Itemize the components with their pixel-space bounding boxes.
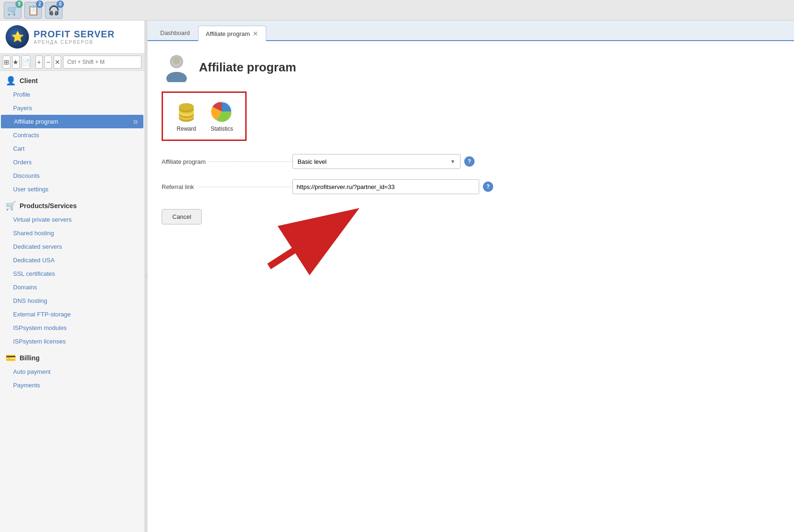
headset-icon[interactable]: 🎧0 bbox=[45, 2, 63, 19]
sidebar-item-ispsystem-licenses[interactable]: ISPsystem licenses bbox=[0, 335, 144, 348]
reward-icon bbox=[175, 100, 198, 123]
sidebar-item-ssl[interactable]: SSL certificates bbox=[0, 267, 144, 280]
referral-link-help-button[interactable]: ? bbox=[483, 182, 493, 192]
tab-bar: Dashboard Affiliate program ✕ bbox=[148, 21, 794, 41]
tab-affiliate-program[interactable]: Affiliate program ✕ bbox=[198, 26, 266, 41]
products-section-header: 🛒 Products/Services bbox=[0, 196, 144, 213]
select-dropdown-icon: ▼ bbox=[450, 159, 455, 164]
billing-icon: 💳 bbox=[6, 353, 16, 363]
svg-point-1 bbox=[166, 72, 187, 82]
statistics-icon bbox=[211, 100, 233, 123]
affiliate-program-field-value: Basic level ▼ ? bbox=[292, 154, 780, 169]
affiliate-program-row: Affiliate program Basic level ▼ ? bbox=[162, 154, 780, 169]
sidebar-item-contracts[interactable]: Contracts bbox=[0, 128, 144, 142]
statistics-label: Statistics bbox=[211, 126, 233, 132]
svg-line-13 bbox=[269, 215, 348, 266]
support-badge: 0 bbox=[57, 0, 64, 8]
statistics-button[interactable]: Statistics bbox=[205, 98, 239, 135]
brand-suffix: SERVER bbox=[71, 29, 114, 39]
sidebar-logo: ⭐ PROFIT SERVER АРЕНДА СЕРВЕРОВ bbox=[0, 21, 144, 54]
brand-prefix: PROFIT bbox=[34, 29, 71, 39]
affiliate-program-field-label: Affiliate program bbox=[162, 158, 292, 165]
client-icon: 👤 bbox=[6, 76, 16, 86]
settings-icon[interactable]: ✕ bbox=[54, 56, 61, 69]
sidebar-nav: 👤 Client Profile Payers Affiliate progra… bbox=[0, 71, 144, 532]
tab-dashboard[interactable]: Dashboard bbox=[152, 25, 198, 40]
svg-point-10 bbox=[179, 103, 194, 111]
sidebar-search-input[interactable] bbox=[63, 56, 142, 69]
sidebar-item-discounts[interactable]: Discounts bbox=[0, 169, 144, 182]
sidebar-item-user-settings[interactable]: User settings bbox=[0, 182, 144, 196]
billing-section-header: 💳 Billing bbox=[0, 348, 144, 365]
affiliate-program-select[interactable]: Basic level ▼ bbox=[292, 154, 461, 169]
sidebar-toolbar: ⊞ ★ 📄 + − ✕ bbox=[0, 54, 144, 71]
referral-link-field-label: Referral link bbox=[162, 183, 292, 190]
brand-sub: АРЕНДА СЕРВЕРОВ bbox=[34, 40, 115, 45]
sidebar-item-shared-hosting[interactable]: Shared hosting bbox=[0, 226, 144, 240]
orders-badge: 2 bbox=[36, 0, 43, 8]
brand-name: PROFIT SERVER bbox=[34, 29, 115, 40]
cart-icon[interactable]: 🛒9 bbox=[4, 2, 21, 19]
sidebar-item-dedicated-usa[interactable]: Dedicated USA bbox=[0, 253, 144, 267]
sidebar-item-ftp[interactable]: External FTP-storage bbox=[0, 308, 144, 321]
orders-icon[interactable]: 📋2 bbox=[24, 2, 42, 19]
client-section-label: Client bbox=[20, 77, 38, 84]
referral-link-input[interactable] bbox=[292, 179, 479, 194]
sidebar-item-dns[interactable]: DNS hosting bbox=[0, 294, 144, 308]
reward-label: Reward bbox=[177, 126, 196, 132]
referral-link-field-value: ? bbox=[292, 179, 780, 194]
referral-link-row: Referral link ? bbox=[162, 179, 780, 194]
products-section-label: Products/Services bbox=[20, 202, 77, 210]
top-bar: 🛒9 📋2 🎧0 bbox=[0, 0, 794, 21]
page-title: Affiliate program bbox=[199, 60, 296, 75]
sidebar-item-cart[interactable]: Cart bbox=[0, 142, 144, 155]
icon-group: Reward Statistics bbox=[162, 91, 247, 141]
logo-icon: ⭐ bbox=[6, 25, 29, 49]
reward-button[interactable]: Reward bbox=[170, 98, 203, 135]
grid-icon[interactable]: ⊞ bbox=[3, 56, 10, 69]
cart-section-icon: 🛒 bbox=[6, 201, 16, 211]
arrow-container bbox=[162, 220, 780, 276]
sidebar-item-domains[interactable]: Domains bbox=[0, 280, 144, 294]
page-content: Affiliate program bbox=[148, 41, 794, 532]
add-icon[interactable]: + bbox=[35, 56, 43, 69]
red-arrow-annotation bbox=[255, 201, 395, 276]
sidebar-item-auto-payment[interactable]: Auto payment bbox=[0, 365, 144, 378]
affiliate-program-help-button[interactable]: ? bbox=[464, 156, 475, 167]
sidebar-item-vps[interactable]: Virtual private servers bbox=[0, 213, 144, 226]
sidebar: ⭐ PROFIT SERVER АРЕНДА СЕРВЕРОВ ⊞ ★ 📄 + … bbox=[0, 21, 145, 532]
remove-icon[interactable]: − bbox=[44, 56, 52, 69]
external-link-icon: ⧉ bbox=[134, 119, 138, 125]
billing-section-label: Billing bbox=[20, 354, 40, 362]
tab-close-icon[interactable]: ✕ bbox=[253, 30, 258, 37]
svg-point-3 bbox=[173, 57, 180, 64]
sidebar-item-orders[interactable]: Orders bbox=[0, 155, 144, 169]
sidebar-item-profile[interactable]: Profile bbox=[0, 88, 144, 101]
content-area: Dashboard Affiliate program ✕ bbox=[148, 21, 794, 532]
star-icon[interactable]: ★ bbox=[12, 56, 20, 69]
sidebar-item-payments[interactable]: Payments bbox=[0, 378, 144, 392]
logo-text: PROFIT SERVER АРЕНДА СЕРВЕРОВ bbox=[34, 29, 115, 45]
sidebar-item-dedicated-servers[interactable]: Dedicated servers bbox=[0, 240, 144, 253]
docs-icon[interactable]: 📄 bbox=[21, 56, 30, 69]
sidebar-item-ispsystem-modules[interactable]: ISPsystem modules bbox=[0, 321, 144, 335]
client-section-header: 👤 Client bbox=[0, 71, 144, 88]
cart-badge: 9 bbox=[15, 0, 23, 8]
page-avatar bbox=[162, 52, 191, 82]
page-header: Affiliate program bbox=[162, 52, 780, 82]
sidebar-item-payers[interactable]: Payers bbox=[0, 101, 144, 115]
sidebar-item-affiliate[interactable]: Affiliate program ⧉ bbox=[1, 115, 143, 128]
